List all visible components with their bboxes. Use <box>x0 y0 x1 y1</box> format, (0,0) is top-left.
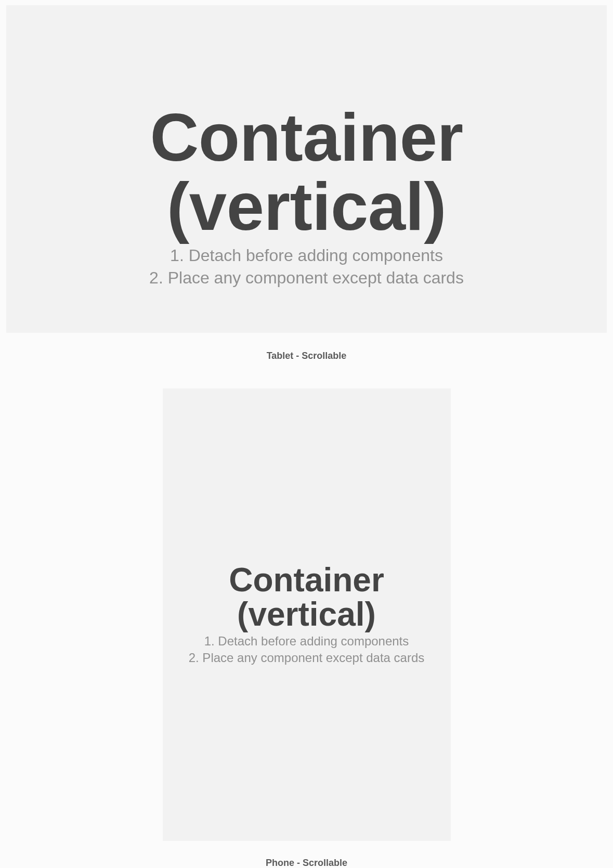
container-instruction-2: 2. Place any component except data cards <box>149 267 464 289</box>
container-instruction-1: 1. Detach before adding components <box>149 244 464 267</box>
container-title-line2: (vertical) <box>150 172 463 241</box>
container-instructions: 1. Detach before adding components 2. Pl… <box>149 244 464 289</box>
container-vertical-phone: Container (vertical) 1. Detach before ad… <box>163 388 451 841</box>
caption-tablet-scrollable: Tablet - Scrollable <box>0 351 613 361</box>
container-title: Container (vertical) <box>229 563 384 632</box>
container-title-line1: Container <box>150 103 463 172</box>
container-vertical-tablet: Container (vertical) 1. Detach before ad… <box>6 5 607 333</box>
container-instructions: 1. Detach before adding components 2. Pl… <box>189 633 425 667</box>
container-instruction-1: 1. Detach before adding components <box>189 633 425 650</box>
container-title-line2: (vertical) <box>229 598 384 632</box>
caption-phone-scrollable: Phone - Scrollable <box>0 858 613 868</box>
container-instruction-2: 2. Place any component except data cards <box>189 650 425 666</box>
container-title: Container (vertical) <box>150 103 463 241</box>
container-title-line1: Container <box>229 563 384 598</box>
